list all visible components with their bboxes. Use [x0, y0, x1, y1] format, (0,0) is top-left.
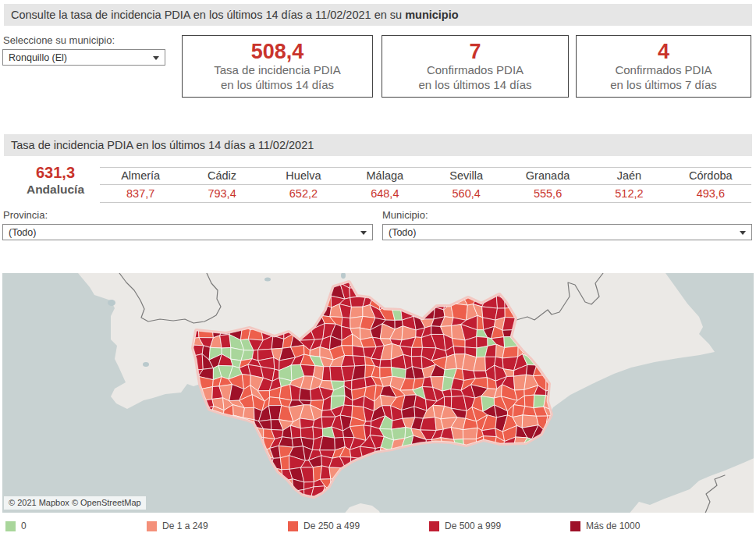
provincia-dropdown[interactable]: (Todo) [2, 224, 373, 240]
map-legend: 0De 1 a 249De 250 a 499De 500 a 999Más d… [0, 515, 756, 540]
municipality-area[interactable] [474, 371, 487, 378]
legend-swatch [147, 521, 157, 531]
legend-label: De 250 a 499 [303, 520, 360, 531]
province-column: Almería837,7 [100, 168, 181, 203]
municipality-area[interactable] [380, 359, 392, 368]
choropleth-map-container: © 2021 Mapbox © OpenStreetMap [2, 273, 754, 513]
municipality-dropdown[interactable]: Ronquillo (El) [2, 49, 165, 66]
chevron-down-icon [360, 231, 367, 235]
municipality-area[interactable] [463, 428, 477, 439]
legend-item[interactable]: Más de 1000 [570, 520, 640, 531]
province-value[interactable]: 555,6 [507, 185, 588, 203]
legend-label: De 1 a 249 [162, 520, 208, 531]
province-name: Huelva [263, 168, 344, 185]
province-column: Huelva652,2 [263, 168, 344, 203]
legend-swatch [288, 521, 298, 531]
provincia-filter-label: Provincia: [3, 209, 48, 221]
legend-swatch [429, 521, 439, 531]
province-value[interactable]: 512,2 [588, 185, 669, 203]
province-name: Almería [100, 168, 181, 185]
card-label-line1: Confirmados PDIA [427, 62, 524, 77]
page-title: Consulte la tasa de incidencia PDIA en l… [4, 4, 752, 26]
province-name: Granada [507, 168, 588, 185]
page-title-bold: municipio [405, 9, 458, 21]
card-label-line1: Tasa de incidencia PDIA [214, 62, 341, 77]
municipality-dropdown-value: Ronquillo (El) [9, 52, 67, 63]
municipality-area[interactable] [299, 388, 311, 400]
choropleth-map[interactable] [2, 273, 754, 513]
section-title: Tasa de incidencia PDIA en los últimos 1… [4, 134, 752, 156]
chevron-down-icon [740, 231, 746, 235]
municipality-area[interactable] [502, 346, 518, 358]
province-name: Sevilla [426, 168, 507, 185]
province-value[interactable]: 648,4 [344, 185, 425, 203]
province-table: Almería837,7Cádiz793,4Huelva652,2Málaga6… [100, 167, 751, 203]
province-column: Granada555,6 [507, 168, 588, 203]
card-incidence-rate: 508,4 Tasa de incidencia PDIA en los últ… [182, 35, 373, 98]
municipality-area[interactable] [411, 347, 422, 357]
municipality-area[interactable] [421, 417, 436, 431]
municipality-area[interactable] [280, 456, 289, 470]
legend-label: Más de 1000 [586, 520, 640, 531]
municipality-area[interactable] [524, 395, 534, 408]
municipality-area[interactable] [320, 436, 335, 450]
card-label-line2: en los últimos 7 días [610, 77, 717, 92]
region-summary-label: Andalucía [16, 181, 95, 197]
province-column: Málaga648,4 [344, 168, 425, 203]
region-summary: 631,3 Andalucía [16, 164, 95, 197]
card-label-line2: en los últimos 14 días [221, 77, 334, 92]
province-value[interactable]: 793,4 [181, 185, 262, 203]
legend-label: De 500 a 999 [445, 520, 501, 531]
municipality-area[interactable] [322, 367, 331, 381]
municipio-filter-label: Municipio: [382, 209, 428, 221]
province-value[interactable]: 652,2 [263, 185, 344, 203]
province-value[interactable]: 560,4 [426, 185, 507, 203]
municipio-dropdown[interactable]: (Todo) [382, 224, 752, 240]
region-summary-value: 631,3 [16, 164, 95, 181]
legend-item[interactable]: De 250 a 499 [288, 520, 360, 531]
provincia-dropdown-value: (Todo) [9, 227, 36, 238]
province-column: Sevilla560,4 [426, 168, 507, 203]
section-title-text: Tasa de incidencia PDIA en los últimos 1… [11, 139, 314, 151]
legend-item[interactable]: De 500 a 999 [429, 520, 501, 531]
legend-swatch [5, 521, 16, 531]
card-value: 508,4 [251, 41, 304, 62]
legend-item[interactable]: 0 [5, 520, 27, 531]
card-value: 7 [469, 41, 481, 62]
province-value[interactable]: 837,7 [100, 185, 181, 203]
municipality-selector-label: Seleccione su municipio: [3, 34, 115, 46]
province-name: Málaga [344, 168, 425, 185]
pdia-dashboard: { "colors": { "accent_red": "#c9342c", "… [0, 0, 756, 540]
card-label-line1: Confirmados PDIA [615, 62, 712, 77]
page-title-text: Consulte la tasa de incidencia PDIA en l… [11, 9, 405, 21]
card-confirmed-7d: 4 Confirmados PDIA en los últimos 7 días [576, 35, 751, 98]
province-name: Jaén [588, 168, 669, 185]
municipality-area[interactable] [353, 356, 365, 366]
province-value[interactable]: 493,6 [670, 185, 751, 203]
map-attribution: © 2021 Mapbox © OpenStreetMap [4, 496, 146, 510]
province-name: Cádiz [181, 168, 262, 185]
legend-item[interactable]: De 1 a 249 [147, 520, 208, 531]
municipality-area[interactable] [279, 385, 291, 400]
province-column: Córdoba493,6 [670, 168, 751, 203]
province-name: Córdoba [670, 168, 751, 185]
province-column: Cádiz793,4 [181, 168, 262, 203]
card-label-line2: en los últimos 14 días [418, 77, 531, 92]
legend-swatch [570, 521, 580, 531]
card-confirmed-14d: 7 Confirmados PDIA en los últimos 14 día… [382, 35, 569, 98]
municipio-dropdown-value: (Todo) [389, 227, 416, 238]
legend-label: 0 [21, 520, 27, 531]
municipality-area[interactable] [453, 346, 465, 354]
province-column: Jaén512,2 [588, 168, 669, 203]
card-value: 4 [658, 41, 669, 62]
chevron-down-icon [153, 56, 159, 60]
